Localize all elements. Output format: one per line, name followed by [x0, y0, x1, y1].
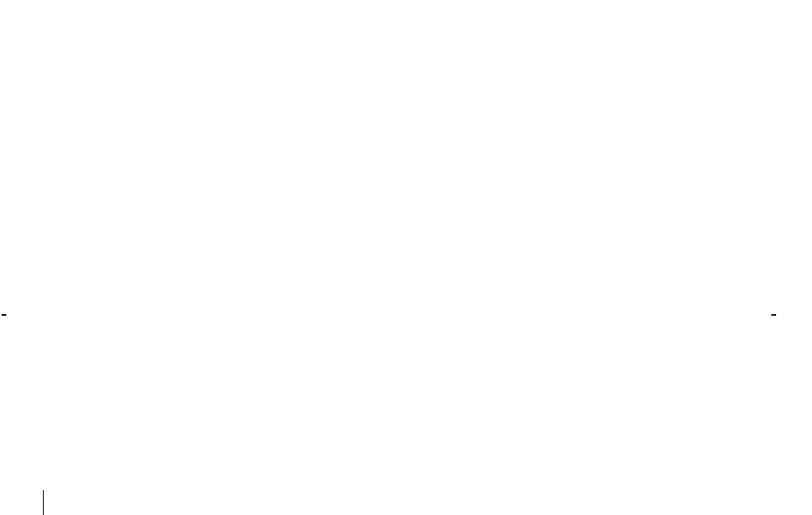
chart-window	[0, 0, 812, 515]
month-axis	[43, 502, 44, 515]
chart-canvas	[0, 0, 812, 515]
